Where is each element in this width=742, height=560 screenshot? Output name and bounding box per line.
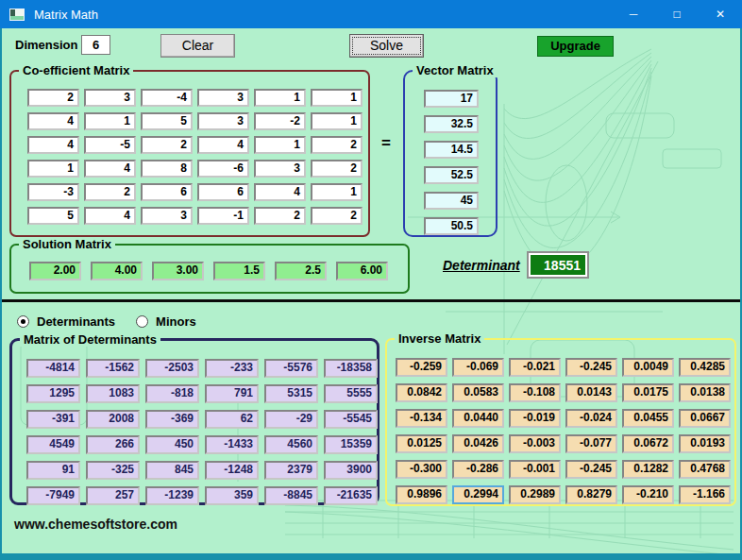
coefficient-cell[interactable]: 2 — [311, 136, 363, 154]
determinant-cell[interactable]: -818 — [145, 384, 199, 403]
inverse-cell[interactable]: 0.0426 — [452, 434, 504, 453]
determinant-cell[interactable]: 3900 — [324, 461, 378, 480]
coefficient-cell[interactable]: 3 — [197, 112, 249, 130]
inverse-cell[interactable]: 0.2989 — [509, 485, 561, 504]
determinant-cell[interactable]: 91 — [26, 461, 80, 480]
coefficient-cell[interactable]: 2 — [254, 207, 306, 225]
inverse-cell[interactable]: 0.0175 — [622, 383, 674, 402]
coefficient-cell[interactable]: 2 — [311, 160, 363, 178]
maximize-icon[interactable]: □ — [655, 0, 699, 28]
coefficient-cell[interactable]: 6 — [141, 183, 193, 201]
inverse-cell[interactable]: -0.001 — [509, 460, 561, 479]
determinant-cell[interactable]: -8845 — [264, 486, 318, 505]
coefficient-cell[interactable]: -5 — [84, 136, 136, 154]
determinant-cell[interactable]: 845 — [145, 461, 199, 480]
determinant-cell[interactable]: -29 — [264, 410, 318, 429]
coefficient-cell[interactable]: -1 — [197, 207, 249, 225]
determinant-cell[interactable]: -1562 — [86, 359, 140, 378]
close-icon[interactable]: ✕ — [699, 0, 742, 28]
inverse-cell[interactable]: 0.4768 — [679, 460, 731, 479]
coefficient-cell[interactable]: 4 — [84, 207, 136, 225]
inverse-cell[interactable]: -0.245 — [565, 358, 617, 377]
solution-cell[interactable]: 1.5 — [213, 262, 265, 280]
coefficient-cell[interactable]: 2 — [27, 89, 79, 107]
coefficient-cell[interactable]: 3 — [141, 207, 193, 225]
determinant-cell[interactable]: 2379 — [264, 461, 318, 480]
coefficient-cell[interactable]: -4 — [141, 89, 193, 107]
radio-minors-label[interactable]: Minors — [156, 314, 196, 329]
coefficient-cell[interactable]: 1 — [311, 183, 363, 201]
inverse-cell[interactable]: -0.245 — [565, 460, 617, 479]
inverse-cell[interactable]: 0.0455 — [622, 409, 674, 428]
determinant-cell[interactable]: 266 — [86, 435, 140, 454]
coefficient-cell[interactable]: 1 — [27, 160, 79, 178]
solution-cell[interactable]: 6.00 — [336, 262, 388, 280]
coefficient-cell[interactable]: 4 — [254, 183, 306, 201]
coefficient-cell[interactable]: 3 — [254, 160, 306, 178]
inverse-cell[interactable]: 0.2994 — [452, 485, 504, 504]
radio-minors-circle[interactable] — [136, 315, 148, 328]
determinant-cell[interactable]: 450 — [145, 435, 199, 454]
determinant-cell[interactable]: -1433 — [205, 435, 259, 454]
inverse-cell[interactable]: -0.003 — [509, 434, 561, 453]
clear-button[interactable]: Clear — [160, 34, 235, 58]
inverse-cell[interactable]: -0.210 — [622, 485, 674, 504]
coefficient-cell[interactable]: 2 — [141, 136, 193, 154]
inverse-cell[interactable]: -0.300 — [396, 460, 447, 479]
inverse-cell[interactable]: 0.0138 — [679, 383, 731, 402]
determinant-cell[interactable]: -21635 — [324, 486, 378, 505]
determinant-cell[interactable]: -1239 — [145, 486, 199, 505]
determinant-cell[interactable]: 1295 — [26, 384, 80, 403]
inverse-cell[interactable]: 0.0667 — [679, 409, 731, 428]
determinant-cell[interactable]: 62 — [205, 410, 259, 429]
coefficient-cell[interactable]: 3 — [197, 89, 249, 107]
determinant-cell[interactable]: -369 — [145, 410, 199, 429]
solution-cell[interactable]: 4.00 — [91, 262, 143, 280]
determinant-cell[interactable]: 791 — [205, 384, 259, 403]
coefficient-cell[interactable]: 6 — [197, 183, 249, 201]
inverse-cell[interactable]: -0.259 — [396, 358, 447, 377]
inverse-cell[interactable]: 0.4285 — [679, 358, 731, 377]
determinant-cell[interactable]: 1083 — [86, 384, 140, 403]
determinant-cell[interactable]: -7949 — [26, 486, 80, 505]
determinant-cell[interactable]: -391 — [26, 410, 80, 429]
coefficient-cell[interactable]: 2 — [311, 207, 363, 225]
determinant-cell[interactable]: 4560 — [264, 435, 318, 454]
determinant-cell[interactable]: -5545 — [324, 410, 378, 429]
vector-cell[interactable]: 45 — [424, 192, 479, 210]
determinant-cell[interactable]: -4814 — [26, 359, 80, 378]
inverse-cell[interactable]: 0.0842 — [396, 383, 447, 402]
vector-cell[interactable]: 32.5 — [424, 115, 479, 133]
coefficient-cell[interactable]: 1 — [254, 89, 306, 107]
coefficient-cell[interactable]: 3 — [84, 89, 136, 107]
solution-cell[interactable]: 2.00 — [29, 262, 81, 280]
determinant-cell[interactable]: -2503 — [145, 359, 199, 378]
inverse-cell[interactable]: -0.077 — [565, 434, 617, 453]
inverse-cell[interactable]: 0.0143 — [565, 383, 617, 402]
inverse-cell[interactable]: -0.019 — [509, 409, 561, 428]
radio-determinants-label[interactable]: Determinants — [37, 314, 115, 329]
coefficient-cell[interactable]: 4 — [27, 112, 79, 130]
coefficient-cell[interactable]: 5 — [27, 207, 79, 225]
determinant-cell[interactable]: 359 — [205, 486, 259, 505]
coefficient-cell[interactable]: 1 — [254, 136, 306, 154]
inverse-cell[interactable]: 0.0583 — [452, 383, 504, 402]
determinant-cell[interactable]: 15359 — [324, 435, 378, 454]
determinant-cell[interactable]: 5315 — [264, 384, 318, 403]
vector-cell[interactable]: 52.5 — [424, 166, 479, 184]
determinant-cell[interactable]: 5555 — [324, 384, 378, 403]
coefficient-cell[interactable]: -6 — [197, 160, 249, 178]
upgrade-button[interactable]: Upgrade — [537, 36, 614, 57]
coefficient-cell[interactable]: 5 — [141, 112, 193, 130]
inverse-cell[interactable]: 0.8279 — [565, 485, 617, 504]
determinant-cell[interactable]: 4549 — [26, 435, 80, 454]
coefficient-cell[interactable]: 1 — [311, 112, 363, 130]
vector-cell[interactable]: 17 — [424, 90, 479, 108]
coefficient-cell[interactable]: 1 — [84, 112, 136, 130]
inverse-cell[interactable]: 0.0440 — [452, 409, 504, 428]
solution-cell[interactable]: 3.00 — [152, 262, 204, 280]
vector-cell[interactable]: 14.5 — [424, 141, 479, 159]
inverse-cell[interactable]: -0.108 — [509, 383, 561, 402]
inverse-cell[interactable]: -0.069 — [452, 358, 504, 377]
solve-button[interactable]: Solve — [349, 34, 424, 58]
